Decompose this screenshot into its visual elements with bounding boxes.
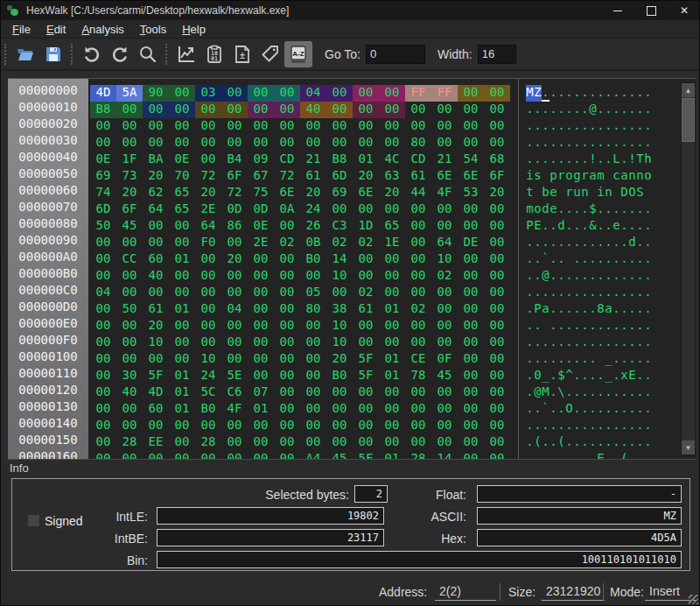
hexwalk-window: HexWalk [C:/Users/carmi/Desktop/hexwalk/… [0, 0, 700, 606]
hex-byte-cell[interactable]: 00 [169, 451, 195, 460]
address-status-field[interactable]: 2(2) [435, 583, 496, 601]
menu-file[interactable]: File [4, 21, 38, 38]
save-button[interactable] [39, 41, 67, 67]
ascii-char-cell[interactable]: . [526, 451, 534, 460]
menu-tools[interactable]: Tools [132, 21, 174, 38]
ascii-char-cell[interactable]: . [612, 451, 620, 460]
window-title: HexWalk [C:/Users/carmi/Desktop/hexwalk/… [26, 4, 289, 17]
selected-bytes-field[interactable]: 2 [354, 485, 388, 503]
binary-analysis-button[interactable]: 10 01 [200, 41, 228, 67]
ascii-char-cell[interactable]: . [581, 451, 589, 460]
address-label: 00000070 [8, 200, 88, 216]
hex-byte-cell[interactable]: 00 [143, 451, 169, 460]
hex-field[interactable]: 4D5A [477, 529, 682, 546]
ascii-char-cell[interactable]: . [644, 451, 652, 460]
hex-row: 00506101000400008038610102000000 [90, 299, 514, 316]
menu-edit[interactable]: Edit [38, 21, 74, 38]
ascii-row: ........@....... [526, 100, 657, 116]
ascii-char-cell[interactable]: . [557, 451, 565, 460]
size-status-field[interactable]: 23121920 [542, 583, 605, 601]
maximize-button[interactable] [634, 1, 668, 20]
svg-text:A-Z: A-Z [292, 49, 304, 57]
goto-label: Go To: [325, 47, 360, 61]
arrow-down-icon: ▼ [685, 444, 692, 452]
hex-byte-cell[interactable]: A4 [300, 451, 326, 460]
hex-byte-cell[interactable]: 00 [195, 451, 221, 460]
ascii-char-cell[interactable]: ( [620, 451, 628, 460]
hex-byte-cell[interactable]: 00 [484, 451, 510, 460]
ascii-char-cell[interactable]: . [589, 451, 597, 460]
address-label: 000000A0 [8, 250, 88, 266]
tags-icon [260, 44, 281, 65]
resize-grip[interactable] [689, 595, 698, 604]
scrollbar-thumb[interactable] [682, 98, 695, 142]
signed-checkbox[interactable] [27, 514, 40, 527]
width-input[interactable] [478, 45, 516, 64]
hex-row: 00000000000000000000000080000000 [90, 133, 514, 150]
hex-byte-cell[interactable]: 45 [326, 451, 353, 460]
ascii-field[interactable]: MZ [477, 507, 682, 525]
hex-row: 0000000000000000A4455F0128140000 [90, 449, 514, 460]
ascii-row: ................ [526, 283, 657, 299]
intbe-field[interactable]: 23117 [157, 529, 384, 546]
minimize-icon [613, 11, 622, 11]
ascii-char-cell[interactable]: . [542, 451, 550, 460]
hex-row: 00404D015CC607000000000000000000 [90, 383, 514, 399]
ascii-char-cell[interactable]: E [597, 451, 605, 460]
ascii-char-cell[interactable]: . [565, 451, 573, 460]
hex-byte-cell[interactable]: 28 [405, 451, 431, 460]
redo-button[interactable] [106, 41, 134, 67]
toolbar-handle[interactable] [71, 44, 74, 65]
scroll-up-button[interactable]: ▲ [682, 83, 695, 97]
ascii-char-cell[interactable]: . [636, 451, 644, 460]
hex-byte-cell[interactable]: 00 [274, 451, 300, 460]
vertical-scrollbar[interactable]: ▲ ▼ [681, 82, 696, 455]
float-field[interactable]: - [477, 485, 682, 503]
menu-help[interactable]: Help [174, 21, 214, 38]
info-panel-title: Info [10, 462, 29, 475]
hex-byte-cell[interactable]: 00 [458, 451, 484, 460]
patch-file-button[interactable]: ± [228, 41, 256, 67]
hex-byte-cell[interactable]: 01 [379, 451, 405, 460]
close-button[interactable]: ✕ [668, 1, 700, 20]
toolbar-handle[interactable] [4, 44, 8, 65]
address-label: 000000D0 [8, 299, 88, 316]
ascii-row: is program canno [526, 166, 657, 183]
hex-byte-cell[interactable]: 5F [353, 451, 379, 460]
address-label: 00000100 [8, 349, 88, 366]
menu-bar: File Edit Analysis Tools Help [1, 20, 700, 39]
hex-row: 00001000000000000010000000000000 [90, 333, 514, 349]
hex-row: 69732070726F6772616D2063616E6E6F [90, 166, 514, 183]
menu-analysis[interactable]: Analysis [74, 21, 131, 38]
ascii-row: .@M.\........... [526, 383, 657, 399]
hex-byte-cell[interactable]: 00 [116, 451, 143, 460]
ascii-char-cell[interactable]: _ [605, 451, 612, 460]
strings-az-button[interactable]: A-Z [284, 41, 312, 67]
hex-byte-cell[interactable]: 00 [90, 451, 116, 460]
open-file-button[interactable] [11, 41, 39, 67]
app-logo-icon [7, 4, 19, 17]
minimize-button[interactable] [601, 1, 634, 20]
status-separator [500, 583, 500, 601]
undo-button[interactable] [78, 41, 106, 67]
goto-input[interactable] [366, 45, 425, 64]
ascii-row: mode....$....... [526, 200, 657, 216]
scroll-down-button[interactable]: ▼ [682, 440, 695, 454]
ascii-row: MZ.............. [526, 83, 657, 100]
hex-byte-cell[interactable]: 14 [431, 451, 458, 460]
bin-field[interactable]: 100110101011010 [157, 551, 682, 568]
toolbar-handle[interactable] [165, 44, 169, 65]
ascii-char-cell[interactable]: . [628, 451, 636, 460]
intle-field[interactable]: 19802 [157, 507, 384, 525]
ascii-char-cell[interactable]: . [534, 451, 542, 460]
chart-button[interactable] [172, 41, 200, 67]
ascii-pane[interactable]: MZ......................@...............… [526, 79, 657, 459]
ascii-char-cell[interactable]: . [573, 451, 581, 460]
hex-row: 00000000000000000000000000000000 [90, 116, 514, 133]
hex-byte-cell[interactable]: 00 [221, 451, 248, 460]
hex-grid[interactable]: 4D5A90000300000004000000FFFF0000B8000000… [90, 79, 514, 459]
search-button[interactable] [134, 41, 162, 67]
hex-byte-cell[interactable]: 00 [248, 451, 274, 460]
ascii-char-cell[interactable]: . [550, 451, 557, 460]
tags-button[interactable] [256, 41, 284, 67]
